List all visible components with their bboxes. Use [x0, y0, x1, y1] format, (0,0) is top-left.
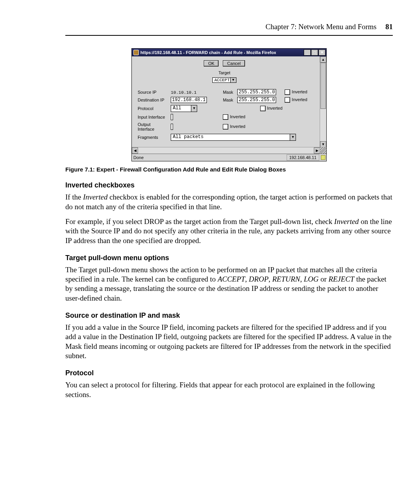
statusbar: Done 192.168.48.11 [132, 154, 326, 161]
target-label: Target [136, 70, 312, 75]
row-protocol: Protocol All ▼ Inverted [136, 104, 312, 113]
source-ip-mask-label: Mask [222, 88, 236, 96]
scroll-up-icon[interactable]: ▲ [320, 56, 326, 63]
out-if-inverted-label: Inverted [230, 124, 245, 129]
running-header: Chapter 7: Network Menu and Forms 81 [65, 23, 393, 31]
ok-button[interactable]: OK [204, 60, 219, 66]
chevron-down-icon: ▼ [230, 78, 236, 82]
heading-ipmask: Source or destination IP and mask [65, 312, 393, 320]
target-select-value: ACCEPT [214, 78, 230, 82]
heading-protocol: Protocol [65, 369, 393, 377]
target-section: Target ACCEPT ▼ [136, 70, 312, 83]
fragments-label: Fragments [136, 133, 170, 142]
status-left: Done [133, 155, 287, 160]
out-if-inverted-checkbox[interactable] [223, 124, 228, 130]
row-input-interface: Input Interface Inverted [136, 113, 312, 121]
source-ip-mask-input[interactable]: 255.255.255.0 [237, 89, 276, 95]
document-page: Chapter 7: Network Menu and Forms 81 htt… [0, 0, 420, 428]
fragments-select-value: All packets [173, 134, 203, 140]
browser-favicon-icon [133, 50, 139, 55]
scroll-down-icon[interactable]: ▼ [320, 141, 326, 147]
scroll-left-icon[interactable]: ◀ [132, 147, 138, 154]
paragraph: If the Inverted checkbox is enabled for … [65, 192, 393, 212]
heading-target: Target pull-down menu options [65, 254, 393, 262]
header-rule [65, 35, 393, 36]
chapter-title: Chapter 7: Network Menu and Forms [266, 23, 376, 31]
paragraph: For example, if you select DROP as the t… [65, 217, 393, 245]
out-if-label: OutputInterface [136, 121, 170, 133]
row-destination-ip: Destination IP 192.168.48.1 Mask 255.255… [136, 96, 312, 104]
source-ip-inverted-checkbox[interactable] [285, 89, 290, 95]
dest-ip-mask-label: Mask [222, 96, 236, 104]
row-output-interface: OutputInterface Inverted [136, 121, 312, 133]
chevron-down-icon: ▼ [191, 105, 197, 112]
paragraph: The Target pull-down menu shows the acti… [65, 265, 393, 303]
dest-ip-input[interactable]: 192.168.48.1 [171, 97, 206, 103]
in-if-label: Input Interface [136, 113, 170, 121]
maximize-button[interactable]: □ [311, 49, 318, 56]
cancel-button[interactable]: Cancel [223, 60, 245, 66]
source-ip-inverted-label: Inverted [292, 89, 307, 94]
rule-form: Source IP 10.10.10.1 Mask 255.255.255.0 … [136, 88, 312, 142]
protocol-inverted-label: Inverted [267, 106, 283, 110]
row-fragments: Fragments All packets ▼ [136, 133, 312, 142]
chevron-down-icon: ▼ [290, 134, 296, 140]
in-if-input[interactable] [171, 114, 173, 120]
source-ip-label: Source IP [136, 88, 170, 96]
vertical-scrollbar[interactable]: ▲ ▼ [320, 56, 326, 147]
page-number: 81 [385, 23, 393, 31]
status-host: 192.168.48.11 [287, 154, 319, 161]
minimize-button[interactable]: _ [304, 49, 311, 56]
figure-caption: Figure 7.1: Expert - Firewall Configurat… [65, 166, 393, 173]
horizontal-scrollbar[interactable]: ◀ ▶ [132, 147, 320, 154]
scroll-right-icon[interactable]: ▶ [314, 147, 320, 154]
scrollbar-thumb[interactable] [320, 63, 326, 109]
fragments-select[interactable]: All packets ▼ [171, 134, 296, 141]
heading-inverted: Inverted checkboxes [65, 181, 393, 189]
dest-ip-mask-input[interactable]: 255.255.255.0 [237, 97, 276, 103]
in-if-inverted-checkbox[interactable] [223, 114, 228, 120]
out-if-input[interactable] [171, 124, 173, 130]
protocol-inverted-checkbox[interactable] [260, 106, 266, 111]
paragraph: You can select a protocol for filtering.… [65, 380, 393, 399]
dialog-button-row: OK Cancel [136, 60, 312, 66]
protocol-select[interactable]: All ▼ [171, 105, 197, 112]
source-ip-value: 10.10.10.1 [171, 90, 214, 95]
target-select[interactable]: ACCEPT ▼ [212, 77, 236, 83]
dialog-window: https://192.168.48.11 - FORWARD chain - … [131, 48, 327, 161]
protocol-label: Protocol [136, 104, 170, 113]
window-title: https://192.168.48.11 - FORWARD chain - … [140, 50, 304, 55]
in-if-inverted-label: Inverted [230, 114, 245, 119]
dest-ip-label: Destination IP [136, 96, 170, 104]
close-button[interactable]: ✕ [318, 49, 326, 56]
resize-grip-icon[interactable] [320, 147, 326, 154]
paragraph: If you add a value in the Source IP fiel… [65, 323, 393, 360]
dest-ip-inverted-label: Inverted [292, 97, 307, 102]
protocol-select-value: All [173, 105, 181, 111]
dialog-body: ▲ ▼ ◀ ▶ OK Cancel Target ACCEPT ▼ [132, 56, 326, 154]
window-titlebar: https://192.168.48.11 - FORWARD chain - … [132, 49, 326, 56]
dest-ip-inverted-checkbox[interactable] [285, 97, 290, 103]
window-controls: _ □ ✕ [304, 49, 326, 56]
row-source-ip: Source IP 10.10.10.1 Mask 255.255.255.0 … [136, 88, 312, 96]
lock-icon [321, 155, 326, 160]
